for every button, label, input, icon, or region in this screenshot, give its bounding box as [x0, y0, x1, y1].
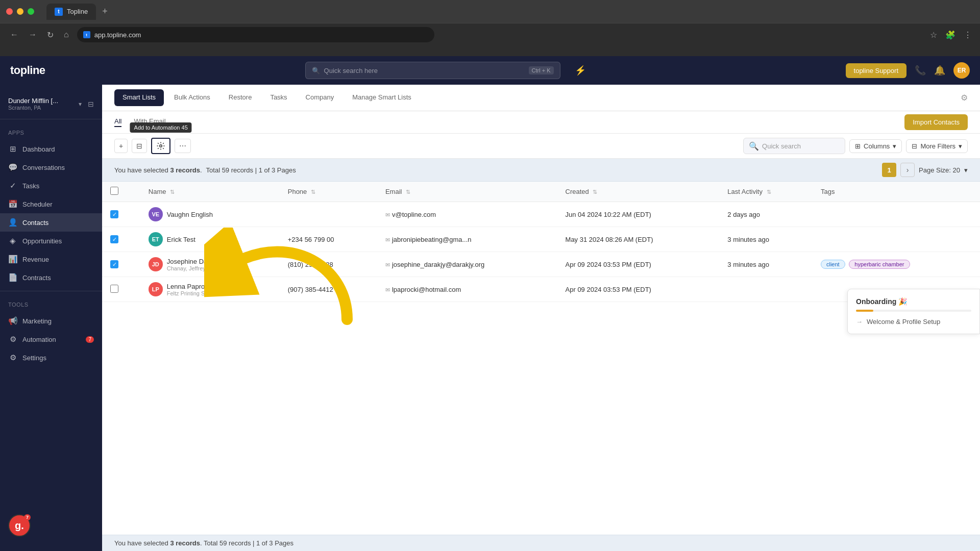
row-4-checkbox[interactable] — [110, 285, 118, 293]
lightning-button[interactable]: ⚡ — [575, 65, 586, 76]
sidebar-toggle-icon[interactable]: ⊟ — [88, 100, 94, 108]
sidebar-item-tasks[interactable]: ✓ Tasks — [0, 177, 102, 195]
sidebar-item-contacts[interactable]: 👤 Contacts — [0, 213, 102, 232]
more-options-button[interactable]: ⋯ — [175, 139, 191, 153]
contact-1-name[interactable]: Vaughn English — [167, 211, 213, 218]
menu-icon[interactable]: ⋮ — [964, 30, 972, 40]
sidebar-item-scheduler[interactable]: 📅 Scheduler — [0, 195, 102, 213]
add-record-button[interactable]: + — [114, 139, 128, 153]
browser-minimize-dot[interactable] — [17, 8, 23, 15]
col-phone[interactable]: Phone ⇅ — [280, 182, 377, 202]
contact-4-created: Apr 09 2024 03:53 PM (EDT) — [557, 277, 720, 302]
table-row: ✓ VE Vaughn English — [102, 202, 980, 227]
col-name[interactable]: Name ⇅ — [140, 182, 280, 202]
marketing-icon: 📢 — [8, 316, 17, 325]
sidebar-item-marketing[interactable]: 📢 Marketing — [0, 312, 102, 330]
import-contacts-button[interactable]: Import Contacts — [904, 114, 968, 130]
reload-button[interactable]: ↻ — [45, 28, 56, 42]
topnav-right: topline Support 📞 🔔 ER — [846, 62, 970, 79]
forward-button[interactable]: → — [27, 28, 39, 41]
row-1-checkbox[interactable]: ✓ — [110, 210, 118, 218]
sidebar-item-contracts[interactable]: 📄 Contracts — [0, 268, 102, 287]
browser-addressbar: ← → ↻ ⌂ t app.topline.com ☆ 🧩 ⋮ — [0, 23, 980, 46]
sub-tab-all[interactable]: All — [114, 117, 121, 127]
phone-icon-button[interactable]: 📞 — [915, 65, 926, 76]
email-icon: ✉ — [385, 287, 390, 293]
company-location: Scranton, PA — [8, 105, 58, 111]
tab-smart-lists[interactable]: Smart Lists — [114, 89, 164, 106]
contact-2-name[interactable]: Erick Test — [167, 236, 195, 243]
sidebar-item-conversations[interactable]: 💬 Conversations — [0, 158, 102, 177]
columns-icon: ⊞ — [855, 142, 861, 150]
sidebar-item-dashboard[interactable]: ⊞ Dashboard — [0, 140, 102, 158]
contact-3-tags: client hyperbaric chamber — [813, 252, 980, 277]
main-layout: Dunder Mifflin [... Scranton, PA ▾ ⊟ App… — [0, 85, 980, 551]
select-all-checkbox[interactable] — [110, 187, 118, 195]
automation-icon: ⚙ — [8, 335, 17, 344]
contact-1-phone — [280, 202, 377, 227]
global-search[interactable]: 🔍 Quick search here Ctrl + K — [305, 62, 560, 79]
bookmark-icon[interactable]: ☆ — [930, 30, 937, 40]
bottom-selected-text: You have selected 3 records. Total 59 re… — [114, 539, 293, 547]
sidebar-item-revenue[interactable]: 📊 Revenue — [0, 250, 102, 268]
sidebar-item-label-revenue: Revenue — [22, 256, 49, 263]
col-email[interactable]: Email ⇅ — [377, 182, 557, 202]
row-3-checkbox[interactable]: ✓ — [110, 260, 118, 268]
columns-button[interactable]: ⊞ Columns ▾ — [849, 139, 902, 153]
company-selector[interactable]: Dunder Mifflin [... Scranton, PA ▾ ⊟ — [0, 93, 102, 119]
quick-search-bar[interactable]: 🔍 Quick search — [743, 138, 845, 154]
onboarding-panel: Onboarding 🎉 → Welcome & Profile Setup — [847, 289, 980, 334]
contact-4-avatar: LP — [149, 282, 163, 296]
opportunities-icon: ◈ — [8, 236, 17, 245]
contracts-icon: 📄 — [8, 273, 17, 282]
row-2-checkbox[interactable]: ✓ — [110, 235, 118, 243]
extensions-icon[interactable]: 🧩 — [945, 30, 955, 40]
home-button[interactable]: ⌂ — [62, 28, 71, 41]
user-avatar[interactable]: ER — [953, 62, 970, 79]
col-last-activity[interactable]: Last Activity ⇅ — [719, 182, 813, 202]
browser-close-dot[interactable] — [6, 8, 13, 15]
support-button[interactable]: topline Support — [846, 63, 906, 78]
contact-2-last-activity: 3 minutes ago — [719, 227, 813, 252]
tab-manage-smart-lists[interactable]: Manage Smart Lists — [344, 86, 420, 109]
address-bar[interactable]: t app.topline.com — [77, 27, 434, 42]
content-wrapper: Smart Lists Bulk Actions Restore Tasks C… — [102, 85, 980, 551]
page-1-button[interactable]: 1 — [882, 163, 896, 177]
guidde-avatar[interactable]: g. 7 — [8, 514, 31, 537]
page-size-label: Page Size: 20 — [919, 166, 960, 174]
onboarding-title: Onboarding 🎉 — [856, 297, 971, 306]
contact-4-name[interactable]: Lenna Paprocki — [167, 283, 220, 290]
tag-client: client — [821, 260, 845, 269]
tab-company[interactable]: Company — [298, 86, 342, 109]
pagination-controls: 1 › Page Size: 20 ▾ — [882, 163, 968, 177]
contact-3-cell: JD Josephine Darakjy Chanay, Jeffrey A E… — [149, 257, 272, 271]
browser-tab[interactable]: t Topline — [46, 4, 96, 20]
add-to-automation-button[interactable] — [151, 138, 170, 154]
more-filters-button[interactable]: ⊟ More Filters ▾ — [906, 139, 968, 153]
tab-tasks[interactable]: Tasks — [262, 86, 295, 109]
col-created[interactable]: Created ⇅ — [557, 182, 720, 202]
sidebar-item-label-marketing: Marketing — [22, 317, 52, 325]
onboarding-item-welcome[interactable]: → Welcome & Profile Setup — [856, 318, 971, 325]
notification-bell-button[interactable]: 🔔 — [934, 65, 945, 76]
address-favicon: t — [83, 31, 90, 38]
scheduler-icon: 📅 — [8, 199, 17, 209]
contact-4-company: Feltz Printing Service — [167, 290, 220, 296]
new-tab-button[interactable]: + — [102, 6, 108, 17]
sidebar-item-opportunities[interactable]: ◈ Opportunities — [0, 232, 102, 250]
filter-button[interactable]: ⊟ — [132, 139, 147, 153]
email-icon: ✉ — [385, 212, 390, 218]
sidebar-item-settings[interactable]: ⚙ Settings — [0, 348, 102, 367]
filter-icon: ⊟ — [912, 142, 917, 150]
tab-restore[interactable]: Restore — [220, 86, 260, 109]
contact-3-name[interactable]: Josephine Darakjy — [167, 258, 222, 265]
back-button[interactable]: ← — [8, 28, 20, 41]
sidebar-item-automation[interactable]: ⚙ Automation 7 — [0, 330, 102, 348]
page-size-chevron-icon[interactable]: ▾ — [964, 166, 968, 174]
tab-bulk-actions[interactable]: Bulk Actions — [166, 86, 218, 109]
page-next-button[interactable]: › — [900, 163, 915, 177]
settings-gear-icon[interactable]: ⚙ — [961, 93, 968, 103]
apps-section-label: Apps — [0, 128, 102, 140]
browser-maximize-dot[interactable] — [28, 8, 34, 15]
sidebar-item-label-dashboard: Dashboard — [22, 145, 55, 153]
